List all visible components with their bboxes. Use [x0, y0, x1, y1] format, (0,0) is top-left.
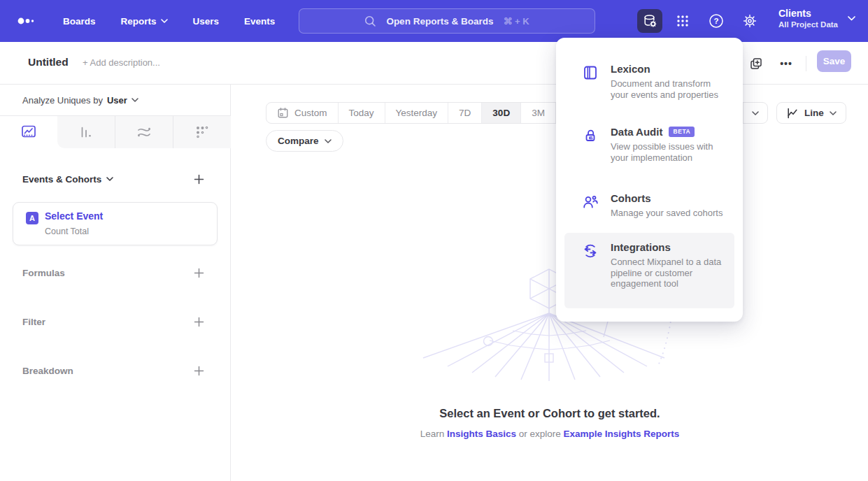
menu-item-text: Integrations Connect Mixpanel to a data … [611, 241, 729, 300]
menu-item-lexicon[interactable]: Lexicon Document and transform your even… [564, 55, 734, 108]
analyze-uniques-row: Analyze Uniques by User [0, 85, 230, 116]
event-metric-label[interactable]: Count Total [45, 227, 89, 236]
nav-item-label: Events [244, 16, 275, 27]
global-search-input[interactable]: Open Reports & Boards ⌘ + K [299, 8, 595, 34]
chart-type-dropdown[interactable]: Line [776, 102, 846, 124]
database-gear-icon [642, 13, 657, 29]
range-label: Today [349, 108, 374, 118]
project-selector[interactable]: Clients All Project Data [778, 7, 855, 30]
nav-item-label: Users [193, 16, 220, 27]
cohorts-people-icon [582, 194, 599, 210]
range-30d-selected[interactable]: 30D [482, 103, 521, 123]
formulas-section: Formulas [0, 265, 230, 280]
plus-icon [194, 268, 204, 278]
menu-item-integrations[interactable]: Integrations Connect Mixpanel to a data … [564, 233, 734, 308]
range-more-dropdown[interactable] [744, 103, 767, 123]
breakdown-section: Breakdown [0, 363, 230, 378]
search-shortcut: ⌘ + K [503, 16, 529, 27]
add-filter-button[interactable] [192, 315, 205, 328]
learn-prefix-text: Learn [420, 429, 445, 439]
chevron-down-icon [752, 111, 759, 115]
chevron-down-icon [161, 19, 168, 23]
plus-icon [194, 317, 204, 327]
select-event-label[interactable]: Select Event [45, 210, 103, 222]
range-label: 30D [492, 108, 510, 118]
chart-type-tabs [0, 116, 231, 148]
range-3m[interactable]: 3M [521, 103, 556, 123]
data-management-dropdown: Lexicon Document and transform your even… [556, 38, 743, 322]
search-placeholder: Open Reports & Boards [386, 16, 493, 27]
menu-item-cohorts[interactable]: Cohorts Manage your saved cohorts [564, 184, 734, 227]
menu-item-description: Connect Mixpanel to a data pipeline or c… [611, 257, 729, 289]
chevron-down-icon [106, 177, 113, 181]
ellipsis-icon: ••• [780, 58, 792, 69]
nav-menu: Boards Reports Users Events [63, 16, 275, 27]
breakdown-label: Breakdown [22, 366, 73, 376]
range-label: Custom [294, 108, 327, 118]
range-label: 3M [532, 108, 545, 118]
range-yesterday[interactable]: Yesterday [385, 103, 449, 123]
chevron-down-icon [830, 111, 837, 115]
chevron-down-icon [325, 139, 332, 143]
search-icon [364, 15, 376, 27]
add-breakdown-button[interactable] [192, 364, 205, 377]
org-name: Clients [778, 7, 838, 20]
insights-basics-link[interactable]: Insights Basics [447, 429, 516, 439]
events-cohorts-title[interactable]: Events & Cohorts [22, 174, 113, 185]
compare-label: Compare [278, 136, 319, 146]
line-chart-icon [786, 107, 799, 120]
example-reports-link[interactable]: Example Insights Reports [564, 429, 680, 439]
mixpanel-logo-icon[interactable] [17, 15, 38, 27]
menu-item-title: Lexicon [611, 63, 650, 75]
menu-item-description: View possible issues with your implement… [611, 141, 729, 163]
menu-item-text: Lexicon Document and transform your even… [611, 63, 729, 100]
compare-button[interactable]: Compare [266, 130, 343, 152]
save-button[interactable]: Save [817, 50, 851, 72]
insights-report-page: Boards Reports Users Events Open Reports… [0, 0, 868, 481]
events-cohorts-section: Events & Cohorts [0, 171, 230, 187]
chart-canvas-area: Custom Today Yesterday 7D 30D 3M 6M Comp… [232, 85, 868, 481]
section-label: Events & Cohorts [22, 174, 101, 185]
nav-item-reports[interactable]: Reports [121, 16, 168, 27]
formulas-label: Formulas [22, 268, 65, 278]
query-builder-sidebar: Analyze Uniques by User [0, 85, 231, 481]
apps-grid-button[interactable] [670, 9, 695, 33]
analyze-label: Analyze Uniques by [22, 95, 103, 106]
nav-item-users[interactable]: Users [193, 16, 220, 27]
menu-item-title: Cohorts [611, 192, 651, 204]
duplicate-icon [749, 57, 763, 71]
chevron-down-icon[interactable] [131, 98, 138, 102]
data-management-button[interactable] [637, 9, 662, 33]
add-description-field[interactable]: + Add description... [83, 57, 160, 68]
project-scope: All Project Data [778, 20, 838, 30]
event-series-badge: A [26, 212, 38, 224]
select-event-card[interactable]: A Select Event Count Total [13, 202, 218, 245]
svg-text:?: ? [713, 17, 718, 25]
help-button[interactable]: ? [704, 9, 729, 33]
nav-item-events[interactable]: Events [244, 16, 275, 27]
nav-item-boards[interactable]: Boards [63, 16, 96, 27]
menu-item-data-audit[interactable]: Data Audit BETA View possible issues wit… [564, 117, 734, 171]
calendar-icon [277, 107, 289, 119]
menu-item-text: Data Audit BETA View possible issues wit… [611, 126, 729, 163]
top-navigation-bar: Boards Reports Users Events Open Reports… [0, 0, 868, 42]
range-7d[interactable]: 7D [448, 103, 482, 123]
tab-line-chart-selected[interactable] [0, 116, 57, 148]
report-title[interactable]: Untitled [28, 56, 69, 69]
nav-item-label: Boards [63, 16, 96, 27]
add-event-button[interactable] [192, 173, 205, 185]
lexicon-book-icon [582, 64, 599, 81]
analyze-entity-dropdown[interactable]: User [107, 95, 127, 106]
range-custom[interactable]: Custom [266, 103, 339, 123]
more-options-button[interactable]: ••• [777, 55, 795, 73]
divider [806, 56, 806, 71]
range-label: Yesterday [396, 108, 438, 118]
empty-state-title: Select an Event or Cohort to get started… [232, 407, 868, 420]
line-chart-icon [20, 124, 37, 141]
duplicate-report-button[interactable] [747, 55, 765, 73]
menu-item-title: Data Audit [611, 126, 662, 138]
settings-button[interactable] [737, 9, 762, 33]
range-today[interactable]: Today [339, 103, 385, 123]
range-label: 7D [459, 108, 471, 118]
add-formula-button[interactable] [192, 266, 205, 279]
